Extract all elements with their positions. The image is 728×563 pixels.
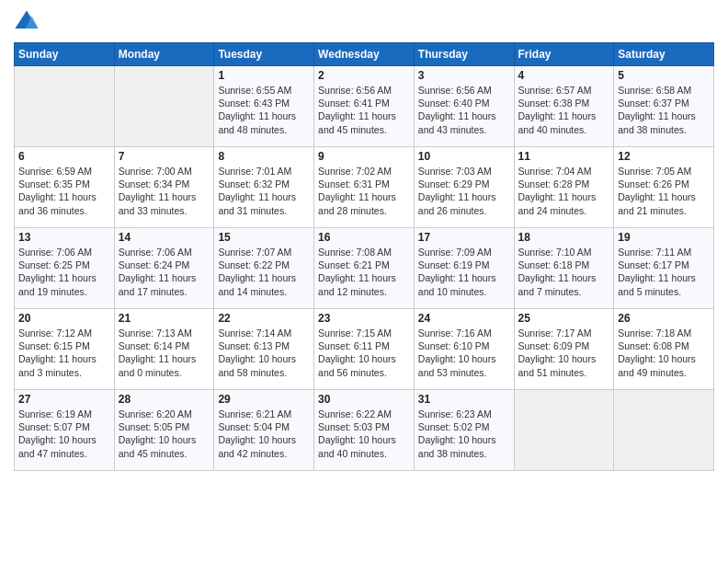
day-info: Sunrise: 7:16 AM Sunset: 6:10 PM Dayligh…	[418, 327, 510, 379]
calendar-cell	[614, 390, 714, 471]
day-number: 28	[119, 393, 210, 406]
day-info: Sunrise: 7:11 AM Sunset: 6:17 PM Dayligh…	[618, 246, 710, 298]
day-info: Sunrise: 7:17 AM Sunset: 6:09 PM Dayligh…	[518, 327, 610, 379]
day-number: 8	[218, 150, 310, 163]
day-info: Sunrise: 6:55 AM Sunset: 6:43 PM Dayligh…	[218, 84, 310, 136]
calendar-cell: 25Sunrise: 7:17 AM Sunset: 6:09 PM Dayli…	[514, 309, 614, 390]
calendar-cell: 26Sunrise: 7:18 AM Sunset: 6:08 PM Dayli…	[614, 309, 714, 390]
page-header	[14, 9, 714, 35]
day-info: Sunrise: 7:07 AM Sunset: 6:22 PM Dayligh…	[218, 246, 310, 298]
day-number: 12	[618, 150, 710, 163]
calendar-cell: 3Sunrise: 6:56 AM Sunset: 6:40 PM Daylig…	[414, 66, 514, 147]
day-info: Sunrise: 7:13 AM Sunset: 6:14 PM Dayligh…	[119, 327, 210, 379]
weekday-header-thursday: Thursday	[414, 43, 514, 66]
day-info: Sunrise: 7:06 AM Sunset: 6:25 PM Dayligh…	[18, 246, 110, 298]
day-number: 2	[318, 69, 410, 82]
day-number: 15	[218, 231, 310, 244]
day-number: 24	[418, 312, 510, 325]
calendar-cell: 15Sunrise: 7:07 AM Sunset: 6:22 PM Dayli…	[214, 228, 314, 309]
calendar-week-4: 20Sunrise: 7:12 AM Sunset: 6:15 PM Dayli…	[15, 309, 714, 390]
day-number: 14	[119, 231, 210, 244]
logo	[14, 9, 43, 35]
calendar-week-1: 1Sunrise: 6:55 AM Sunset: 6:43 PM Daylig…	[15, 66, 714, 147]
day-number: 25	[518, 312, 610, 325]
logo-icon	[14, 9, 40, 35]
day-info: Sunrise: 6:21 AM Sunset: 5:04 PM Dayligh…	[218, 408, 310, 460]
day-number: 1	[218, 69, 310, 82]
day-number: 18	[518, 231, 610, 244]
calendar-week-3: 13Sunrise: 7:06 AM Sunset: 6:25 PM Dayli…	[15, 228, 714, 309]
calendar-week-2: 6Sunrise: 6:59 AM Sunset: 6:35 PM Daylig…	[15, 147, 714, 228]
day-number: 30	[318, 393, 410, 406]
calendar-cell: 19Sunrise: 7:11 AM Sunset: 6:17 PM Dayli…	[614, 228, 714, 309]
day-info: Sunrise: 7:01 AM Sunset: 6:32 PM Dayligh…	[218, 165, 310, 217]
calendar-cell: 9Sunrise: 7:02 AM Sunset: 6:31 PM Daylig…	[314, 147, 415, 228]
calendar-cell: 2Sunrise: 6:56 AM Sunset: 6:41 PM Daylig…	[314, 66, 415, 147]
calendar-cell: 18Sunrise: 7:10 AM Sunset: 6:18 PM Dayli…	[514, 228, 614, 309]
calendar-body: 1Sunrise: 6:55 AM Sunset: 6:43 PM Daylig…	[15, 66, 714, 471]
day-info: Sunrise: 7:06 AM Sunset: 6:24 PM Dayligh…	[119, 246, 210, 298]
calendar-cell: 22Sunrise: 7:14 AM Sunset: 6:13 PM Dayli…	[214, 309, 314, 390]
calendar-cell: 31Sunrise: 6:23 AM Sunset: 5:02 PM Dayli…	[414, 390, 514, 471]
day-number: 7	[119, 150, 210, 163]
day-number: 11	[518, 150, 610, 163]
calendar-cell	[514, 390, 614, 471]
calendar-cell: 7Sunrise: 7:00 AM Sunset: 6:34 PM Daylig…	[114, 147, 214, 228]
calendar-cell: 10Sunrise: 7:03 AM Sunset: 6:29 PM Dayli…	[414, 147, 514, 228]
calendar-cell: 21Sunrise: 7:13 AM Sunset: 6:14 PM Dayli…	[114, 309, 214, 390]
day-number: 26	[618, 312, 710, 325]
calendar-cell: 6Sunrise: 6:59 AM Sunset: 6:35 PM Daylig…	[15, 147, 115, 228]
day-info: Sunrise: 7:02 AM Sunset: 6:31 PM Dayligh…	[318, 165, 410, 217]
calendar-cell: 16Sunrise: 7:08 AM Sunset: 6:21 PM Dayli…	[314, 228, 415, 309]
day-number: 29	[218, 393, 310, 406]
day-number: 22	[218, 312, 310, 325]
day-number: 20	[18, 312, 110, 325]
day-info: Sunrise: 6:59 AM Sunset: 6:35 PM Dayligh…	[18, 165, 110, 217]
day-info: Sunrise: 6:57 AM Sunset: 6:38 PM Dayligh…	[518, 84, 610, 136]
weekday-header-tuesday: Tuesday	[214, 43, 314, 66]
day-number: 16	[318, 231, 410, 244]
calendar-cell: 1Sunrise: 6:55 AM Sunset: 6:43 PM Daylig…	[214, 66, 314, 147]
day-number: 17	[418, 231, 510, 244]
day-number: 27	[18, 393, 110, 406]
day-info: Sunrise: 7:18 AM Sunset: 6:08 PM Dayligh…	[618, 327, 710, 379]
calendar-cell: 17Sunrise: 7:09 AM Sunset: 6:19 PM Dayli…	[414, 228, 514, 309]
calendar-cell: 23Sunrise: 7:15 AM Sunset: 6:11 PM Dayli…	[314, 309, 415, 390]
calendar-cell: 29Sunrise: 6:21 AM Sunset: 5:04 PM Dayli…	[214, 390, 314, 471]
day-info: Sunrise: 7:10 AM Sunset: 6:18 PM Dayligh…	[518, 246, 610, 298]
page-container: SundayMondayTuesdayWednesdayThursdayFrid…	[0, 0, 728, 480]
day-info: Sunrise: 7:15 AM Sunset: 6:11 PM Dayligh…	[318, 327, 410, 379]
day-info: Sunrise: 7:04 AM Sunset: 6:28 PM Dayligh…	[518, 165, 610, 217]
calendar-cell: 8Sunrise: 7:01 AM Sunset: 6:32 PM Daylig…	[214, 147, 314, 228]
calendar-cell: 30Sunrise: 6:22 AM Sunset: 5:03 PM Dayli…	[314, 390, 415, 471]
day-info: Sunrise: 6:58 AM Sunset: 6:37 PM Dayligh…	[618, 84, 710, 136]
day-info: Sunrise: 6:20 AM Sunset: 5:05 PM Dayligh…	[119, 408, 210, 460]
calendar-header: SundayMondayTuesdayWednesdayThursdayFrid…	[15, 43, 714, 66]
day-info: Sunrise: 6:56 AM Sunset: 6:40 PM Dayligh…	[418, 84, 510, 136]
weekday-header-saturday: Saturday	[614, 43, 714, 66]
day-number: 4	[518, 69, 610, 82]
day-info: Sunrise: 7:12 AM Sunset: 6:15 PM Dayligh…	[18, 327, 110, 379]
calendar-table: SundayMondayTuesdayWednesdayThursdayFrid…	[14, 42, 714, 471]
day-info: Sunrise: 6:22 AM Sunset: 5:03 PM Dayligh…	[318, 408, 410, 460]
calendar-cell: 28Sunrise: 6:20 AM Sunset: 5:05 PM Dayli…	[114, 390, 214, 471]
day-number: 23	[318, 312, 410, 325]
day-number: 10	[418, 150, 510, 163]
day-info: Sunrise: 7:05 AM Sunset: 6:26 PM Dayligh…	[618, 165, 710, 217]
day-info: Sunrise: 6:23 AM Sunset: 5:02 PM Dayligh…	[418, 408, 510, 460]
day-info: Sunrise: 7:08 AM Sunset: 6:21 PM Dayligh…	[318, 246, 410, 298]
day-info: Sunrise: 7:14 AM Sunset: 6:13 PM Dayligh…	[218, 327, 310, 379]
day-number: 3	[418, 69, 510, 82]
day-info: Sunrise: 7:03 AM Sunset: 6:29 PM Dayligh…	[418, 165, 510, 217]
calendar-cell: 24Sunrise: 7:16 AM Sunset: 6:10 PM Dayli…	[414, 309, 514, 390]
calendar-cell: 13Sunrise: 7:06 AM Sunset: 6:25 PM Dayli…	[15, 228, 115, 309]
calendar-cell: 12Sunrise: 7:05 AM Sunset: 6:26 PM Dayli…	[614, 147, 714, 228]
calendar-cell	[15, 66, 115, 147]
day-number: 6	[18, 150, 110, 163]
day-info: Sunrise: 6:19 AM Sunset: 5:07 PM Dayligh…	[18, 408, 110, 460]
day-number: 5	[618, 69, 710, 82]
weekday-row: SundayMondayTuesdayWednesdayThursdayFrid…	[15, 43, 714, 66]
calendar-cell	[114, 66, 214, 147]
day-number: 9	[318, 150, 410, 163]
weekday-header-monday: Monday	[114, 43, 214, 66]
